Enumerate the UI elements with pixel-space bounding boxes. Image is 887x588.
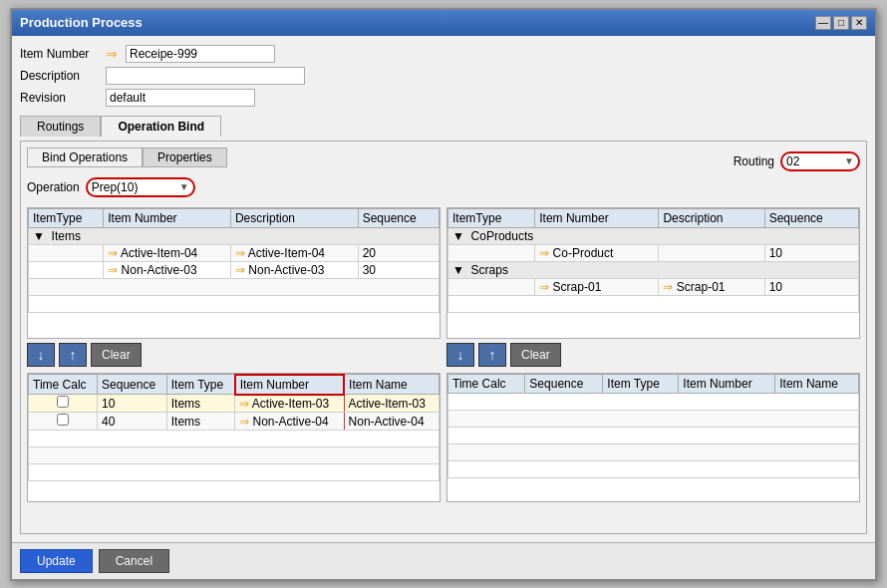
revision-row: Revision [20,88,867,108]
item-number-row: Item Number ⇒ [20,44,867,64]
bl-col-itemnumber: Item Number [235,375,344,395]
left-top-down-button[interactable]: ↓ [27,343,55,367]
operation-value: Prep(10) [92,180,139,194]
operation-dropdown-arrow: ▼ [179,181,189,192]
right-col-itemtype: ItemType [448,208,535,227]
table-row [29,464,440,481]
right-top-panel: ItemType Item Number Description Sequenc… [446,207,860,367]
bl-col-itemname: Item Name [344,375,439,395]
description-row: Description [20,66,867,86]
bl-col-itemtype: Item Type [166,375,234,395]
table-row [448,460,859,477]
left-top-toolbar: ↓ ↑ Clear [27,343,441,367]
table-row[interactable]: 40 Items ⇒ Non-Active-04 Non-Active-04 [29,413,440,431]
table-row[interactable]: ⇒ Co-Product 10 [448,244,859,261]
bottom-grids: Time Calc Sequence Item Type Item Number… [27,373,860,502]
update-button[interactable]: Update [20,549,93,573]
cancel-button[interactable]: Cancel [99,549,169,573]
maximize-button[interactable]: □ [833,16,849,30]
table-row [448,393,859,410]
left-bottom-panel: Time Calc Sequence Item Type Item Number… [27,373,441,502]
description-input[interactable] [106,67,305,85]
table-row[interactable]: ⇒ Active-Item-04 ⇒ Active-Item-04 20 [29,244,440,261]
window-body: Item Number ⇒ Description Revision Routi… [12,36,875,542]
description-label: Description [20,69,100,83]
bl-col-sequence: Sequence [98,375,167,395]
table-row[interactable]: ⇒ Non-Active-03 ⇒ Non-Active-03 30 [29,261,440,278]
br-col-itemname: Item Name [775,374,859,393]
right-col-itemnumber: Item Number [535,208,659,227]
table-row [29,295,440,312]
close-button[interactable]: ✕ [851,16,867,30]
table-row [448,427,859,443]
tab-operation-bind[interactable]: Operation Bind [101,116,221,137]
left-col-sequence: Sequence [358,208,439,227]
table-row [448,295,859,312]
routing-select[interactable]: 02 ▼ [780,151,860,171]
left-col-itemnumber: Item Number [104,208,231,227]
footer: Update Cancel [12,542,875,579]
operation-label: Operation [27,180,80,194]
left-top-up-button[interactable]: ↑ [59,343,87,367]
table-row[interactable]: ⇒ Scrap-01 ⇒ Scrap-01 10 [448,278,859,295]
item-number-input[interactable] [126,45,275,63]
routing-section: Routing 02 ▼ [734,151,860,171]
br-col-itemnumber: Item Number [679,374,775,393]
right-top-table: ItemType Item Number Description Sequenc… [446,207,860,339]
left-top-clear-button[interactable]: Clear [91,343,142,367]
bl-col-timecalc: Time Calc [29,375,98,395]
left-bottom-table: Time Calc Sequence Item Type Item Number… [27,373,441,502]
routing-label: Routing [734,154,774,168]
title-bar: Production Process — □ ✕ [12,10,875,36]
timecalc-checkbox-2[interactable] [57,414,69,426]
main-tabs: Routings Operation Bind [20,116,867,137]
operation-left: Operation Prep(10) ▼ [27,177,195,197]
table-row: ▼ Items [29,227,440,244]
top-grids: ItemType Item Number Description Sequenc… [27,207,860,367]
routing-dropdown-arrow: ▼ [844,155,854,166]
right-col-sequence: Sequence [764,208,858,227]
operation-select[interactable]: Prep(10) ▼ [86,177,195,197]
right-col-description: Description [659,208,764,227]
form-section: Item Number ⇒ Description Revision [20,44,867,108]
right-top-clear-button[interactable]: Clear [510,343,561,367]
br-col-timecalc: Time Calc [448,374,525,393]
table-row[interactable]: 10 Items ⇒ Active-Item-03 Active-Item-03 [29,395,440,413]
item-number-arrow-icon: ⇒ [106,46,118,62]
table-row: ▼ CoProducts [448,227,859,244]
table-row [29,447,440,464]
right-top-up-button[interactable]: ↑ [478,343,506,367]
table-row [29,431,440,447]
window-title: Production Process [20,15,143,30]
revision-label: Revision [20,91,100,105]
minimize-button[interactable]: — [815,16,831,30]
item-number-label: Item Number [20,47,100,61]
table-row [29,278,440,295]
window-controls: — □ ✕ [815,16,867,30]
right-bottom-panel: Time Calc Sequence Item Type Item Number… [446,373,860,502]
inner-tab-properties[interactable]: Properties [143,147,227,166]
left-top-panel: ItemType Item Number Description Sequenc… [27,207,441,367]
left-col-itemtype: ItemType [29,208,104,227]
left-col-description: Description [230,208,358,227]
main-window: Production Process — □ ✕ Item Number ⇒ D… [10,8,877,581]
operation-row: Operation Prep(10) ▼ [27,177,860,197]
table-row: ▼ Scraps [448,261,859,278]
br-col-sequence: Sequence [525,374,603,393]
br-col-itemtype: Item Type [603,374,679,393]
inner-tab-bind-operations[interactable]: Bind Operations [27,147,143,166]
tab-routings[interactable]: Routings [20,116,101,137]
right-top-toolbar: ↓ ↑ Clear [446,343,860,367]
table-row [448,443,859,460]
right-top-down-button[interactable]: ↓ [446,343,474,367]
revision-input[interactable] [106,89,255,107]
right-bottom-table: Time Calc Sequence Item Type Item Number… [446,373,860,502]
tab-content: Bind Operations Properties Routing 02 ▼ … [20,141,867,534]
routing-value: 02 [786,154,799,168]
left-top-table: ItemType Item Number Description Sequenc… [27,207,441,339]
table-row [448,410,859,427]
timecalc-checkbox-1[interactable] [57,396,69,408]
inner-tabs: Bind Operations Properties [27,147,227,167]
